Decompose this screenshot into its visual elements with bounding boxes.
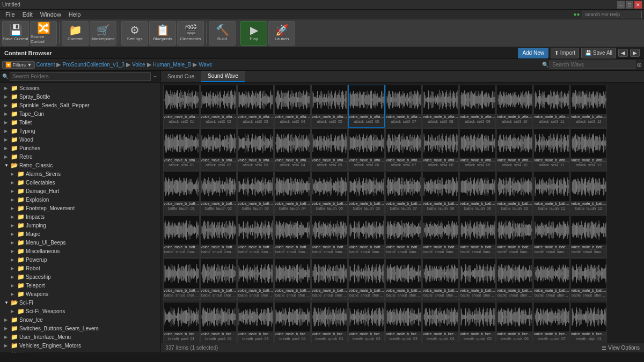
search-wavs-input[interactable] <box>550 61 635 69</box>
breadcrumb-voice[interactable]: Voice <box>132 62 145 68</box>
asset-item[interactable]: voice_male_b_breath_pantbreath_pant_04 <box>274 302 311 343</box>
asset-item[interactable]: voice_male_b_attack_set3attack_set3_02 <box>200 85 237 128</box>
tree-item-powerup[interactable]: ▶📁Powerup <box>0 255 160 264</box>
asset-grid-container[interactable]: voice_male_b_attack_set3attack_set3_01vo… <box>161 83 644 343</box>
asset-item[interactable]: voice_male_b_battle_shoutbattle_shout_sh… <box>311 258 348 301</box>
tree-item-retro-classic[interactable]: ▼📂Retro_Classic <box>0 161 160 169</box>
nav-forward-button[interactable]: ▶ <box>630 49 640 57</box>
asset-item[interactable]: voice_male_b_battle_laughbattle_laugh_01 <box>163 172 200 215</box>
asset-item[interactable]: voice_male_b_attack_set3attack_set3_05 <box>311 85 348 128</box>
asset-item[interactable]: voice_male_b_battle_shoutbattle_shout_lo… <box>237 215 274 258</box>
save-all-button[interactable]: 💾 Save All <box>581 48 616 58</box>
breadcrumb-content[interactable]: Content <box>36 62 55 68</box>
tree-item-sprinkle[interactable]: ▶📁Sprinkle_Seeds_Salt_Pepper <box>0 101 160 109</box>
asset-item[interactable]: voice_male_b_breath_quickbreath_quick_02 <box>348 302 385 343</box>
tree-item-teleport[interactable]: ▶📁Teleport <box>0 281 160 290</box>
tree-item-jumping[interactable]: ▶📁Jumping <box>0 221 160 230</box>
asset-item[interactable]: voice_male_b_attack_set3attack_set3_09 <box>459 85 496 128</box>
tree-item-wood[interactable]: ▶📁Wood <box>0 135 160 144</box>
asset-item[interactable]: voice_male_b_battle_laughbattle_laugh_07 <box>385 172 422 215</box>
menu-file[interactable]: File <box>2 11 18 18</box>
asset-item[interactable]: voice_male_b_attack_set3attack_set3_08 <box>422 85 459 128</box>
asset-item[interactable]: voice_male_b_attack_set4attack_set4_09 <box>459 128 496 171</box>
asset-item[interactable]: voice_male_b_attack_set4attack_set4_04 <box>274 128 311 171</box>
close-button[interactable]: ✕ <box>634 1 642 9</box>
asset-item[interactable]: voice_male_b_battle_shoutbattle_shout_lo… <box>274 215 311 258</box>
asset-item[interactable]: voice_male_b_battle_laughbattle_laugh_09 <box>459 172 496 215</box>
asset-item[interactable]: voice_male_b_battle_shoutbattle_shout_sh… <box>422 258 459 301</box>
collapse-tree-button[interactable]: − <box>152 73 158 79</box>
launch-button[interactable]: 🚀 Launch <box>268 21 295 46</box>
asset-item[interactable]: voice_male_b_breath_quickbreath_quick_03 <box>385 302 422 343</box>
tree-item-toilet[interactable]: ▶📁Toilet <box>0 118 160 127</box>
asset-item[interactable]: voice_male_b_attack_set4attack_set4_06 <box>348 128 385 171</box>
asset-item[interactable]: voice_male_b_attack_set4attack_set4_08 <box>422 128 459 171</box>
menu-window[interactable]: Window <box>37 11 64 18</box>
asset-item[interactable]: voice_male_b_battle_shoutbattle_shout_sh… <box>348 258 385 301</box>
cinematics-button[interactable]: 🎬 Cinematics <box>177 21 204 46</box>
filter-dropdown-button[interactable]: 🔽 Filters ▼ <box>2 61 35 69</box>
asset-item[interactable]: voice_male_b_battle_laughbattle_laugh_12 <box>570 172 607 215</box>
search-expand-icon[interactable]: ⊕ <box>636 61 642 69</box>
tree-item-magic[interactable]: ▶📁Magic <box>0 230 160 238</box>
asset-item[interactable]: voice_male_b_battle_shoutbattle_shout_sh… <box>200 258 237 301</box>
asset-item[interactable]: voice_male_b_battle_shoutbattle_shout_sh… <box>163 258 200 301</box>
tree-item-impacts[interactable]: ▶📁Impacts <box>0 212 160 221</box>
asset-item[interactable]: voice_male_b_breath_sighbreath_sigh_01 <box>570 302 607 343</box>
asset-item[interactable]: voice_male_b_attack_set4attack_set4_02 <box>200 128 237 171</box>
build-button[interactable]: 🔨 Build <box>209 21 236 46</box>
tree-item-misc[interactable]: ▶📁Miscellaneous <box>0 247 160 255</box>
asset-item[interactable]: voice_male_b_battle_shoutbattle_shout_lo… <box>422 215 459 258</box>
asset-item[interactable]: voice_male_b_breath_quickbreath_quick_07 <box>533 302 570 343</box>
tree-item-punches[interactable]: ▶📁Punches <box>0 144 160 152</box>
asset-item[interactable]: voice_male_b_battle_shoutbattle_shout_sh… <box>496 258 533 301</box>
asset-item[interactable]: voice_male_b_attack_set4attack_set4_10 <box>496 128 533 171</box>
asset-item[interactable]: voice_male_b_battle_laughbattle_laugh_06 <box>348 172 385 215</box>
nav-back-button[interactable]: ◀ <box>618 49 628 57</box>
asset-item[interactable]: voice_male_b_battle_laughbattle_laugh_04 <box>274 172 311 215</box>
asset-item[interactable]: voice_male_b_battle_shoutbattle_shout_lo… <box>496 215 533 258</box>
tree-item-scifi-weapons[interactable]: ▶📁Sci-Fi_Weapons <box>0 307 160 315</box>
asset-item[interactable]: voice_male_b_battle_shoutbattle_shout_sh… <box>237 258 274 301</box>
breadcrumb-human-male-b[interactable]: Human_Male_B <box>153 62 192 68</box>
menu-help[interactable]: Help <box>65 11 84 18</box>
tree-item-damage[interactable]: ▶📁Damage_Hurt <box>0 187 160 195</box>
asset-item[interactable]: voice_male_b_breath_pantbreath_pant_01 <box>163 302 200 343</box>
save-current-button[interactable]: 💾 Save Current <box>2 21 29 46</box>
asset-item[interactable]: voice_male_b_battle_shoutbattle_shout_sh… <box>533 258 570 301</box>
menu-edit[interactable]: Edit <box>19 11 36 18</box>
asset-item[interactable]: voice_male_b_attack_set3attack_set3_10 <box>496 85 533 128</box>
tree-item-voice[interactable]: ▼📂Voice <box>0 350 160 352</box>
asset-item[interactable]: voice_male_b_attack_set3attack_set3_04 <box>274 85 311 128</box>
minimize-button[interactable]: ─ <box>617 1 625 9</box>
tree-item-retro[interactable]: ▶📁Retro <box>0 152 160 161</box>
asset-item[interactable]: voice_male_b_attack_set4attack_set4_01 <box>163 128 200 171</box>
tree-item-alarms[interactable]: ▶📁Alarms_Sirens <box>0 169 160 178</box>
asset-item[interactable]: voice_male_b_attack_set4attack_set4_11 <box>533 128 570 171</box>
asset-item[interactable]: voice_male_b_battle_laughbattle_laugh_11 <box>533 172 570 215</box>
tree-item-weapons[interactable]: ▶📁Weapons <box>0 290 160 298</box>
tree-item-robot[interactable]: ▶📁Robot <box>0 264 160 272</box>
asset-item[interactable]: voice_male_b_battle_shoutbattle_shout_lo… <box>533 215 570 258</box>
tree-item-spaceship[interactable]: ▶📁Spaceship <box>0 272 160 281</box>
asset-item[interactable]: voice_male_b_breath_quickbreath_quick_04 <box>422 302 459 343</box>
asset-item[interactable]: voice_male_b_attack_set4attack_set4_05 <box>311 128 348 171</box>
settings-button[interactable]: ⚙ Settings <box>121 21 148 46</box>
asset-item[interactable]: voice_male_b_attack_set4attack_set4_07 <box>385 128 422 171</box>
asset-item[interactable]: voice_male_b_attack_set3attack_set3_01 <box>163 85 200 128</box>
asset-item[interactable]: voice_male_b_battle_shoutbattle_shout_sh… <box>570 258 607 301</box>
asset-item[interactable]: voice_male_b_battle_shoutbattle_shout_lo… <box>311 215 348 258</box>
asset-item[interactable]: voice_male_b_attack_set3attack_set3_11 <box>533 85 570 128</box>
asset-item[interactable]: voice_male_b_battle_laughbattle_laugh_03 <box>237 172 274 215</box>
asset-item[interactable]: voice_male_b_attack_set4attack_set4_12 <box>570 128 607 171</box>
tree-item-explosion[interactable]: ▶📁Explosion <box>0 195 160 204</box>
breadcrumb-prosound[interactable]: ProSoundCollection_v1_3 <box>62 62 125 68</box>
tree-item-menu-ui[interactable]: ▶📁Menu_UI_Beeps <box>0 238 160 247</box>
asset-item[interactable]: voice_male_b_battle_shoutbattle_shout_sh… <box>385 258 422 301</box>
tree-item-scissors[interactable]: ▶📁Scissors <box>0 84 160 92</box>
asset-item[interactable]: voice_male_b_battle_shoutbattle_shout_lo… <box>200 215 237 258</box>
asset-item[interactable]: voice_male_b_breath_quickbreath_quick_01 <box>311 302 348 343</box>
asset-item[interactable]: voice_male_b_battle_shoutbattle_shout_sh… <box>459 258 496 301</box>
tab-sound-wave[interactable]: Sound Wave <box>201 71 245 82</box>
breadcrumb-wavs[interactable]: Wavs <box>199 62 212 68</box>
